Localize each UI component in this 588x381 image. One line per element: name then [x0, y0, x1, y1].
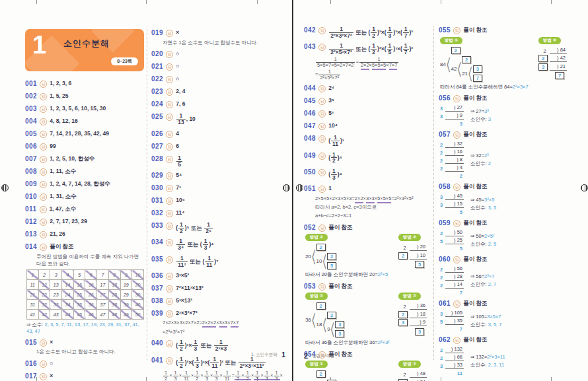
answer-row: 039답2³×3²×7²	[151, 310, 286, 318]
ladder-divisor: 3	[440, 202, 445, 208]
answer-row: 025답113, 10	[151, 113, 286, 125]
answer-row: 031답10⁵	[151, 197, 286, 205]
answer-text: 7²×11³×13²	[176, 285, 203, 292]
solution-line: 7×2×3×3×2×7×2=2×2×2×3×3×7×7	[163, 319, 286, 326]
ladder-row: 2) 28	[440, 273, 464, 281]
answer-badge-icon: 답	[453, 131, 460, 139]
ladder-dividend: ) 8	[445, 156, 464, 164]
dividend: ) 48	[410, 370, 427, 378]
answer-item-057: 057답풀이 참조2) 322) 162) 82) 42⇒ 32=2⁵소인수: …	[439, 131, 570, 179]
left-page-column-1: 1 소인수분해 8~23쪽 001답1, 2, 3, 6002답1, 5, 25…	[25, 29, 144, 381]
divisor: 2	[542, 48, 548, 54]
conclusion-line: 따라서 20을 소인수분해하면 20=2²×5	[305, 271, 429, 278]
answer-text: (13)⁴	[328, 168, 342, 181]
answer-item-028: 028답15	[151, 155, 286, 168]
problem-number: 038	[151, 297, 163, 306]
sieve-cell: 10	[132, 270, 144, 280]
answer-item-027: 027답6	[151, 143, 286, 151]
solution-line: 따라서 a=2, b=2, c=3이므로	[315, 203, 429, 211]
method-2-badge: 방법 ②	[538, 37, 561, 44]
division-method: 2) 842) 423) 217	[538, 47, 567, 80]
answer-text: 99	[50, 143, 55, 150]
solution-methods: 방법 ①36〈218〈29〈33방법 ②2) 362) 183) 93	[305, 293, 429, 337]
division-row: 2) 10	[398, 252, 427, 260]
answer-row: 042답12²×3²×7² 또는 (12)²×(13)²×(17)²	[304, 26, 429, 39]
ladder-block: 2) 322) 162) 82) 42⇒ 32=2⁵소인수: 2	[440, 141, 570, 179]
ladder-row: 2) 32	[440, 141, 464, 148]
answer-item-031: 031답10⁵	[151, 197, 286, 205]
ladder-quotient: 5	[447, 245, 464, 252]
answer-item-062: 062답풀이 참조2) 1322) 663) 3311⇒ 132=2²×3×11…	[439, 336, 570, 376]
problem-number: 043	[304, 43, 316, 52]
answer-item-012: 012답2, 7, 17, 23, 29	[25, 218, 144, 226]
answer-item-017: 017답×가장 작은 합성수는 4이다.	[25, 372, 144, 381]
answer-text: 12²×3²×7² 또는 (12)²×(13)²×(17)²	[328, 26, 413, 39]
division-method: 2) 482) 242) 122) 63	[398, 370, 427, 381]
sieve-cell: 1	[27, 270, 39, 280]
sieve-cell: 21	[27, 290, 39, 300]
problem-number: 055	[439, 26, 451, 35]
sieve-cell: 23	[50, 290, 62, 300]
ladder-primes-line: 소인수: 2	[470, 160, 491, 167]
answer-badge-icon: 답	[166, 143, 173, 151]
problem-number: 037	[151, 285, 163, 293]
problem-number: 056	[439, 94, 451, 103]
answer-row: 052답풀이 참조	[304, 224, 429, 232]
ladder-divisor: 2	[440, 166, 445, 172]
sieve-cell: 2	[38, 270, 50, 280]
answer-row: 005답7, 14, 21, 28, 35, 42, 49	[25, 130, 144, 139]
tree-branch-lines: 〈	[322, 316, 326, 333]
answer-text: 풀이 참조	[50, 243, 73, 250]
answer-item-035: 035답111⁷ 또는 (111)⁷	[151, 256, 286, 268]
problem-number: 046	[304, 110, 316, 118]
answer-row: 051답1	[304, 185, 429, 193]
answer-item-045: 045답3⁵	[304, 97, 429, 106]
ladder-result-line: ⇒ 32=2⁵	[470, 153, 491, 158]
tree-number: 36	[305, 317, 311, 323]
sieve-cell: 16	[85, 280, 97, 290]
dividend: ) 18	[410, 311, 427, 318]
answer-badge-icon: 답	[166, 310, 173, 318]
ladder-results: ⇒ 105=3×5×7소인수: 3, 5, 7	[470, 314, 502, 328]
factor-tree-node: 20〈210〈25	[305, 244, 336, 269]
sieve-cell: 37	[97, 300, 109, 310]
factor-tree-node: 84〈242〈221〈37	[440, 47, 482, 82]
answer-badge-icon: 답	[40, 168, 47, 176]
answer-row: 020답○	[151, 50, 286, 59]
problem-number: 002	[25, 92, 37, 101]
crop-mark	[257, 0, 258, 4]
tree-children: 224〈212〈26〈23	[316, 370, 355, 381]
sieve-cell: 42	[38, 310, 50, 320]
sieve-cell: 5	[73, 270, 85, 280]
answer-row: 036답3³×5²	[151, 272, 286, 281]
answer-badge-icon: 답	[40, 143, 47, 151]
division-quotient-row: 7	[555, 72, 567, 79]
answer-text: 12²×5³×7² 또는 (12)²×(15)³×(17)²	[328, 43, 413, 55]
tree-children: 242〈221〈37	[451, 47, 482, 82]
ladder-dividend: ) 105	[445, 310, 464, 317]
ladder-quotient: 11	[447, 370, 464, 376]
answer-note: 1은 소수도 아니고 합성수도 아니다.	[36, 348, 144, 355]
ladder-result-line: ⇒ 45=3²×5	[470, 197, 496, 203]
answer-text: 11⁴	[176, 209, 184, 217]
sieve-cell: 22	[38, 290, 50, 300]
ladder-block: 2) 1322) 663) 3311⇒ 132=2²×3×11소인수: 2, 3…	[440, 346, 570, 376]
answer-badge-icon: 답	[40, 181, 47, 188]
problem-number: 019	[151, 29, 163, 38]
ladder-divisor: 3	[440, 114, 445, 120]
sieve-cell: 41	[27, 310, 39, 320]
answer-item-051: 051답12×5×5×2×3×5×3=2×2×3×3×5×5×5=2²×3²×5…	[304, 185, 429, 219]
answer-item-009: 009답1, 2, 4, 7, 14, 28, 합성수	[25, 180, 144, 189]
ladder-dividend: ) 56	[445, 265, 464, 273]
ladder-result-line: ⇒ 50=2×5²	[470, 233, 496, 239]
answer-text: 풀이 참조	[328, 283, 352, 290]
answer-row: 057답풀이 참조	[439, 131, 570, 139]
dividend: ) 36	[410, 302, 427, 310]
crop-mark	[551, 0, 552, 4]
boxed-factor: 2	[327, 253, 336, 260]
answer-item-061: 061답풀이 참조3) 1055) 357⇒ 105=3×5×7소인수: 3, …	[439, 300, 570, 332]
ladder-row: 5) 25	[440, 237, 464, 244]
ladder-divisor: 3	[440, 363, 445, 369]
problem-number: 047	[304, 122, 316, 131]
answer-item-055: 055답풀이 참조방법 ①84〈242〈221〈37방법 ②2) 842) 42…	[439, 26, 570, 90]
